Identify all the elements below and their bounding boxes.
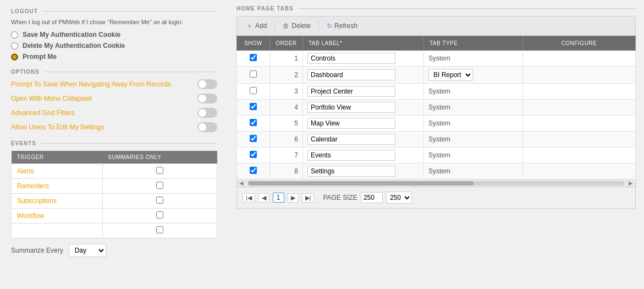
- options-section: OPTIONS Prompt To Save When Navigating A…: [11, 69, 217, 132]
- events-col-summaries: SUMMARIES ONLY: [102, 151, 217, 164]
- col-show: SHOW: [237, 36, 270, 51]
- radio-save-cookie-input[interactable]: [11, 31, 18, 39]
- radio-delete-cookie: Delete My Authentication Cookie: [11, 42, 217, 50]
- event-trigger-4: [12, 223, 103, 238]
- toolbar-sep-2: [318, 21, 319, 31]
- horizontal-scrollbar[interactable]: ◀ ▶: [236, 179, 636, 187]
- order-cell-7: 8: [270, 163, 303, 179]
- configure-cell-2: [523, 84, 636, 100]
- pagination-bar: |◀ ◀ 1 ▶ ▶| PAGE SIZE 25 50 100 250 500: [236, 187, 636, 209]
- scrollbar-track[interactable]: [248, 181, 624, 186]
- event-row-1: Reminders: [12, 179, 217, 194]
- radio-prompt-me-input[interactable]: [11, 53, 18, 61]
- show-checkbox-7[interactable]: [250, 167, 257, 174]
- tab-label-input-4[interactable]: [307, 118, 395, 129]
- tab-type-text-6: System: [428, 151, 450, 159]
- scroll-left-arrow[interactable]: ◀: [237, 180, 246, 186]
- tab-type-cell-4: System: [424, 116, 523, 132]
- tab-label-input-6[interactable]: [307, 150, 395, 161]
- col-tab-label: TAB LABEL*: [303, 36, 424, 51]
- prev-page-button[interactable]: ◀: [258, 193, 269, 203]
- tab-label-cell-4: [303, 116, 424, 132]
- tab-label-input-0[interactable]: [307, 53, 395, 64]
- tab-label-input-2[interactable]: [307, 86, 395, 97]
- tab-label-input-7[interactable]: [307, 166, 395, 177]
- tab-label-input-1[interactable]: [307, 69, 395, 80]
- tab-type-cell-6: System: [424, 148, 523, 163]
- show-cell-1: [237, 67, 270, 84]
- tab-type-text-2: System: [428, 88, 450, 95]
- toolbar-sep-1: [274, 21, 275, 31]
- tab-type-cell-0: System: [424, 51, 523, 67]
- event-trigger-1: Reminders: [12, 179, 103, 194]
- table-row: 1System: [237, 51, 636, 67]
- event-checkbox-0[interactable]: [156, 167, 163, 174]
- tab-type-select-1[interactable]: SystemBI ReportCustom: [428, 69, 473, 81]
- show-checkbox-0[interactable]: [250, 54, 257, 61]
- page-size-input[interactable]: [361, 192, 383, 203]
- current-page: 1: [273, 193, 284, 203]
- summarize-label: Summarize Every: [11, 247, 63, 254]
- radio-save-cookie-label: Save My Authentication Cookie: [23, 31, 120, 39]
- next-page-button[interactable]: ▶: [288, 193, 299, 203]
- option-label-2: Advanced Grid Filters: [11, 109, 74, 117]
- col-configure: CONFIGURE: [523, 36, 636, 51]
- event-checkbox-1[interactable]: [156, 182, 163, 189]
- option-row-1: Open With Menu Collapsed: [11, 94, 217, 103]
- add-button[interactable]: ＋ Add: [243, 20, 270, 32]
- show-checkbox-3[interactable]: [250, 103, 257, 110]
- table-row: 3System: [237, 84, 636, 100]
- page-size-dropdown[interactable]: 25 50 100 250 500: [386, 192, 412, 204]
- home-page-tabs-header: HOME PAGE TABS: [236, 6, 636, 12]
- show-checkbox-2[interactable]: [250, 87, 257, 94]
- toolbar: ＋ Add 🗑 Delete ↻ Refresh: [236, 16, 636, 36]
- show-checkbox-6[interactable]: [250, 151, 257, 158]
- col-order: ORDER: [270, 36, 303, 51]
- show-checkbox-5[interactable]: [250, 135, 257, 142]
- event-checkbox-2[interactable]: [156, 197, 163, 204]
- right-panel: HOME PAGE TABS ＋ Add 🗑 Delete ↻ Refresh …: [228, 0, 644, 289]
- order-cell-2: 3: [270, 84, 303, 100]
- summarize-select[interactable]: Day Week Month: [69, 244, 106, 257]
- tab-label-cell-2: [303, 84, 424, 100]
- delete-button[interactable]: 🗑 Delete: [279, 21, 314, 31]
- delete-label: Delete: [291, 22, 311, 30]
- order-cell-3: 4: [270, 100, 303, 116]
- event-checkbox-3[interactable]: [156, 211, 163, 219]
- show-cell-6: [237, 148, 270, 163]
- toggle-1[interactable]: [197, 94, 217, 103]
- tab-label-cell-7: [303, 163, 424, 179]
- scroll-right-arrow[interactable]: ▶: [626, 180, 635, 186]
- last-page-button[interactable]: ▶|: [302, 193, 315, 203]
- tab-type-cell-3: System: [424, 100, 523, 116]
- refresh-button[interactable]: ↻ Refresh: [323, 21, 361, 31]
- table-row: 4System: [237, 100, 636, 116]
- event-checkbox-4[interactable]: [156, 226, 163, 233]
- tab-label-cell-3: [303, 100, 424, 116]
- tab-label-cell-0: [303, 51, 424, 67]
- tab-type-text-4: System: [428, 119, 450, 127]
- scrollbar-thumb[interactable]: [248, 181, 474, 186]
- tab-label-input-3[interactable]: [307, 102, 395, 113]
- radio-delete-cookie-input[interactable]: [11, 42, 18, 50]
- option-label-0: Prompt To Save When Navigating Away From…: [11, 80, 171, 88]
- table-row: 8System: [237, 163, 636, 179]
- tab-type-cell-5: System: [424, 132, 523, 148]
- refresh-label: Refresh: [334, 22, 357, 30]
- delete-icon: 🗑: [283, 22, 289, 30]
- table-row: 5System: [237, 116, 636, 132]
- radio-delete-cookie-label: Delete My Authentication Cookie: [23, 42, 125, 50]
- toggle-2[interactable]: [197, 108, 217, 118]
- show-cell-0: [237, 51, 270, 67]
- first-page-button[interactable]: |◀: [243, 193, 255, 203]
- tab-label-input-5[interactable]: [307, 134, 395, 145]
- toggle-3[interactable]: [197, 122, 217, 132]
- event-checkbox-cell-3: [102, 209, 217, 223]
- toggle-0[interactable]: [197, 79, 217, 89]
- show-checkbox-4[interactable]: [250, 119, 257, 126]
- radio-prompt-me: Prompt Me: [11, 53, 217, 61]
- event-checkbox-cell-1: [102, 179, 217, 194]
- show-cell-4: [237, 116, 270, 132]
- show-checkbox-1[interactable]: [250, 70, 257, 78]
- tab-label-cell-1: [303, 67, 424, 84]
